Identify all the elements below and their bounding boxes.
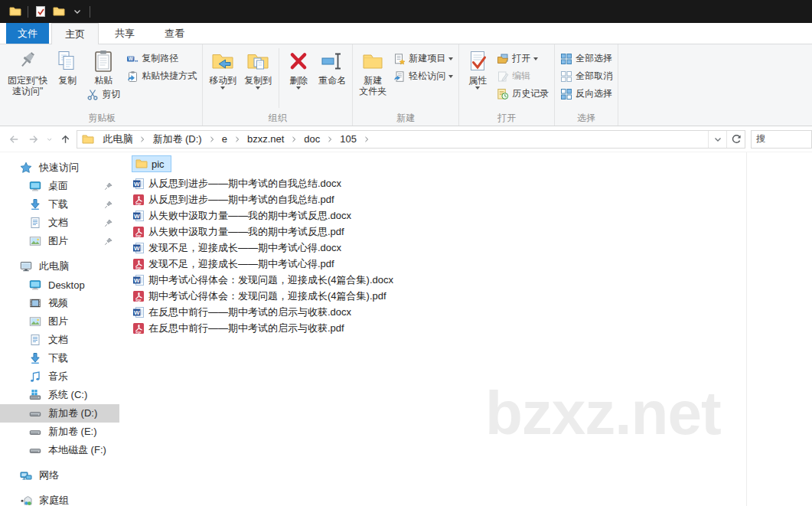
new-folder-icon bbox=[360, 49, 385, 73]
dropdown-caret-icon bbox=[296, 87, 301, 90]
desktop-icon bbox=[29, 180, 41, 192]
breadcrumb-chevron-icon bbox=[289, 135, 298, 144]
ribbon-tabs: 文件 主页共享查看 bbox=[0, 23, 812, 44]
copy-button[interactable]: 复制 bbox=[51, 46, 83, 86]
ribbon-button-label: 移动到 bbox=[209, 75, 236, 86]
address-dropdown-button[interactable] bbox=[708, 131, 726, 148]
properties-check-icon[interactable] bbox=[34, 5, 47, 18]
sidebar-item-videos[interactable]: 视频 bbox=[0, 294, 119, 312]
breadcrumb-item[interactable]: bzxz.net bbox=[242, 131, 289, 148]
breadcrumb-item[interactable]: e bbox=[217, 131, 233, 148]
sidebar-item-label: 下载 bbox=[48, 198, 68, 211]
folder-icon[interactable] bbox=[53, 5, 65, 18]
sidebar-item-downloads-pc[interactable]: 下载 bbox=[0, 349, 119, 367]
move-to-button[interactable]: 移动到 bbox=[205, 46, 240, 90]
file-row[interactable]: PDF期中考试心得体会：发现问题，迎接成长(4篇合集).pdf bbox=[132, 288, 812, 304]
sidebar-section-network[interactable]: 网络 bbox=[0, 466, 119, 485]
open-icon bbox=[497, 53, 509, 65]
file-row[interactable]: W期中考试心得体会：发现问题，迎接成长(4篇合集).docx bbox=[132, 272, 812, 288]
svg-text:W: W bbox=[134, 180, 140, 187]
navigation-pane: 快速访问桌面下载文档图片此电脑Desktop视频图片文档下载音乐系统 (C:)新… bbox=[0, 152, 119, 506]
open-button[interactable]: 打开 bbox=[494, 50, 552, 67]
sidebar-item-pictures-pc[interactable]: 图片 bbox=[0, 312, 119, 331]
sidebar-item-music[interactable]: 音乐 bbox=[0, 367, 119, 386]
folder-icon[interactable] bbox=[9, 5, 21, 18]
copy-path-button[interactable]: W复制路径 bbox=[123, 50, 200, 67]
breadcrumb-item[interactable]: 105 bbox=[334, 131, 362, 148]
word-icon: W bbox=[132, 210, 145, 222]
tab-share[interactable]: 共享 bbox=[101, 23, 148, 44]
back-icon[interactable] bbox=[5, 131, 24, 148]
sidebar-item-downloads[interactable]: 下载 bbox=[0, 195, 119, 214]
new-folder-button[interactable]: 新建文件夹 bbox=[355, 46, 390, 96]
sidebar-section-quick-access[interactable]: 快速访问 bbox=[0, 158, 119, 177]
sidebar-item-drive-c[interactable]: 系统 (C:) bbox=[0, 386, 119, 404]
sidebar-item-documents-pc[interactable]: 文档 bbox=[0, 331, 119, 349]
file-row[interactable]: W在反思中前行——期中考试的启示与收获.docx bbox=[132, 304, 812, 320]
move-to-icon bbox=[210, 49, 235, 73]
svg-text:W: W bbox=[134, 276, 140, 283]
history-icon bbox=[497, 88, 509, 100]
folder-row-selected[interactable]: pic bbox=[132, 155, 171, 172]
recent-locations-chevron-icon[interactable] bbox=[43, 131, 56, 148]
desktop-icon bbox=[29, 279, 41, 291]
file-row[interactable]: PDF从失败中汲取力量——我的期中考试反思.pdf bbox=[132, 224, 812, 240]
select-all-button[interactable]: 全部选择 bbox=[557, 50, 615, 67]
properties-button[interactable]: 属性 bbox=[461, 46, 494, 90]
paste-shortcut-button[interactable]: 粘贴快捷方式 bbox=[123, 67, 200, 85]
breadcrumb-item[interactable]: 此电脑 bbox=[97, 131, 138, 148]
pdf-icon: PDF bbox=[132, 290, 145, 302]
breadcrumb: 此电脑新加卷 (D:)ebzxz.netdoc105 bbox=[77, 130, 745, 149]
refresh-button[interactable] bbox=[726, 131, 745, 148]
ribbon-button-group: 粘贴剪切 bbox=[83, 46, 123, 103]
ribbon-group-separator bbox=[279, 48, 279, 108]
delete-button[interactable]: 删除 bbox=[282, 46, 315, 90]
file-name: 从反思到进步——期中考试的自我总结.docx bbox=[148, 177, 341, 191]
history-button[interactable]: 历史记录 bbox=[494, 85, 552, 103]
easy-access-button[interactable]: 轻松访问 bbox=[390, 67, 456, 85]
sidebar-item-desktop-folder[interactable]: Desktop bbox=[0, 276, 119, 294]
sidebar-section-homegroup[interactable]: 家庭组 bbox=[0, 491, 119, 506]
breadcrumb-item[interactable]: 新加卷 (D:) bbox=[147, 131, 207, 148]
sidebar-item-drive-e[interactable]: 新加卷 (E:) bbox=[0, 423, 119, 441]
tab-view[interactable]: 查看 bbox=[151, 23, 198, 44]
forward-icon[interactable] bbox=[24, 131, 43, 148]
ribbon-button-group: W复制路径粘贴快捷方式 bbox=[123, 46, 200, 85]
sidebar-section-this-pc[interactable]: 此电脑 bbox=[0, 257, 119, 276]
select-none-icon bbox=[560, 70, 572, 83]
file-row[interactable]: W发现不足，迎接成长——期中考试心得.docx bbox=[132, 240, 812, 256]
breadcrumb-item[interactable]: doc bbox=[298, 131, 325, 148]
sidebar-item-desktop[interactable]: 桌面 bbox=[0, 177, 119, 195]
paste-button[interactable]: 粘贴 bbox=[87, 46, 119, 86]
ribbon-button-label: 轻松访问 bbox=[409, 70, 445, 83]
svg-text:PDF: PDF bbox=[136, 331, 142, 334]
copy-to-button[interactable]: 复制到 bbox=[240, 46, 276, 90]
file-row[interactable]: W从失败中汲取力量——我的期中考试反思.docx bbox=[132, 207, 812, 224]
file-row[interactable]: W从反思到进步——期中考试的自我总结.docx bbox=[132, 175, 812, 191]
rename-button[interactable]: 重命名 bbox=[315, 46, 350, 86]
invert-selection-button[interactable]: 反向选择 bbox=[557, 85, 615, 103]
file-row[interactable]: PDF发现不足，迎接成长——期中考试心得.pdf bbox=[132, 256, 812, 272]
tab-file[interactable]: 文件 bbox=[6, 23, 49, 44]
pin-to-quick-access-button[interactable]: 固定到"快速访问" bbox=[4, 46, 51, 96]
folder-icon bbox=[135, 158, 148, 170]
sidebar-item-drive-d[interactable]: 新加卷 (D:) bbox=[0, 404, 119, 423]
tab-home[interactable]: 主页 bbox=[51, 23, 99, 44]
cut-button[interactable]: 剪切 bbox=[83, 86, 123, 103]
computer-icon bbox=[20, 260, 32, 273]
ribbon-group-content: 新建文件夹新建项目轻松访问 bbox=[355, 46, 456, 113]
search-input[interactable]: 搜 bbox=[751, 130, 812, 149]
file-row[interactable]: PDF从反思到进步——期中考试的自我总结.pdf bbox=[132, 191, 812, 207]
file-row[interactable]: PDF在反思中前行——期中考试的启示与收获.pdf bbox=[132, 320, 812, 336]
sidebar-item-pictures[interactable]: 图片 bbox=[0, 232, 119, 250]
up-icon[interactable] bbox=[56, 131, 75, 148]
sidebar-item-documents[interactable]: 文档 bbox=[0, 214, 119, 232]
qat-chevron-down-icon[interactable] bbox=[71, 5, 83, 18]
paste-shortcut-icon bbox=[126, 70, 139, 83]
select-none-button[interactable]: 全部取消 bbox=[557, 67, 615, 85]
sidebar-item-drive-f[interactable]: 本地磁盘 (F:) bbox=[0, 441, 119, 459]
new-item-button[interactable]: 新建项目 bbox=[390, 50, 456, 67]
folder-icon bbox=[82, 133, 94, 145]
word-icon: W bbox=[132, 274, 145, 286]
edit-button[interactable]: 编辑 bbox=[494, 67, 552, 85]
